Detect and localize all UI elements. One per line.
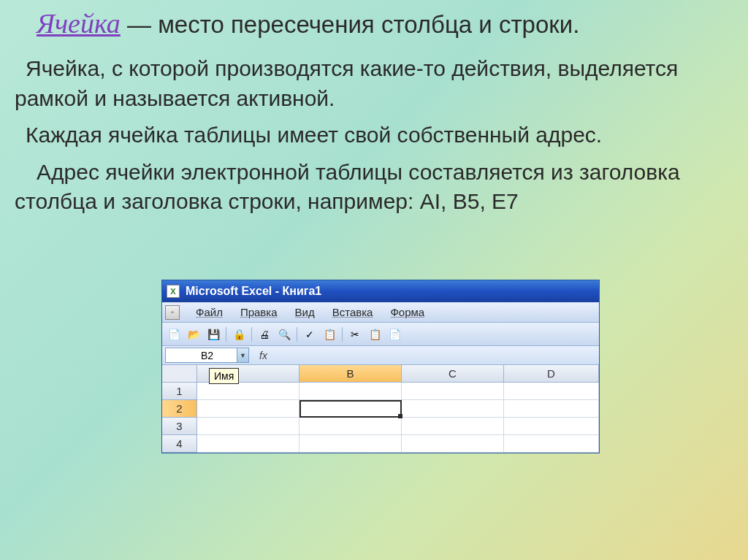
titlebar: X Microsoft Excel - Книга1 <box>162 280 599 302</box>
row-header-1[interactable]: 1 <box>162 383 197 400</box>
menu-edit[interactable]: Правка <box>232 306 286 318</box>
col-header-c[interactable]: C <box>402 365 504 383</box>
col-header-d[interactable]: D <box>504 365 599 383</box>
excel-window: X Microsoft Excel - Книга1 ▫ Файл Правка… <box>161 280 600 453</box>
slide-title: Ячейка — место пересечения столбца и стр… <box>15 7 733 39</box>
toolbar: 📄 📂 💾 🔒 🖨 🔍 ✓ 📋 ✂ 📋 📄 <box>162 323 599 346</box>
cell-a2[interactable] <box>197 400 299 418</box>
row-header-4[interactable]: 4 <box>162 435 197 453</box>
cell-b4[interactable] <box>299 435 402 453</box>
menu-insert[interactable]: Вставка <box>324 306 382 318</box>
formula-bar: B2 ▼ fx <box>162 346 599 365</box>
col-header-b[interactable]: B <box>299 365 402 383</box>
print-icon[interactable]: 🖨 <box>256 326 273 343</box>
menu-format[interactable]: Форма <box>381 306 433 318</box>
paragraph-2: Каждая ячейка таблицы имеет свой собстве… <box>15 120 733 150</box>
row-header-2[interactable]: 2 <box>162 400 197 418</box>
term-word: Ячейка <box>37 8 121 39</box>
cell-b3[interactable] <box>299 418 402 435</box>
copy-icon[interactable]: 📋 <box>366 326 383 343</box>
cell-d2[interactable] <box>504 400 599 418</box>
fx-button[interactable]: fx <box>252 350 275 361</box>
cell-d4[interactable] <box>504 435 599 453</box>
cell-c2[interactable] <box>402 400 504 418</box>
cell-b1[interactable] <box>299 383 402 400</box>
open-icon[interactable]: 📂 <box>185 326 202 343</box>
system-menu-icon[interactable]: ▫ <box>165 305 180 320</box>
new-icon[interactable]: 📄 <box>165 326 183 343</box>
name-tooltip: Имя <box>209 368 239 384</box>
toolbar-separator <box>226 327 226 342</box>
paragraph-1: Ячейка, с которой производятся какие-то … <box>15 54 733 113</box>
permission-icon[interactable]: 🔒 <box>230 326 248 343</box>
cell-d3[interactable] <box>504 418 599 435</box>
toolbar-separator <box>342 327 343 342</box>
name-box-value: B2 <box>201 350 213 361</box>
row-header-3[interactable]: 3 <box>162 418 197 435</box>
paste-icon[interactable]: 📄 <box>386 326 403 343</box>
cell-b2-active[interactable] <box>299 400 402 418</box>
select-all-corner[interactable] <box>162 365 197 383</box>
cell-c4[interactable] <box>402 435 504 453</box>
toolbar-separator <box>251 327 252 342</box>
research-icon[interactable]: 📋 <box>321 326 338 343</box>
spelling-icon[interactable]: ✓ <box>301 326 318 343</box>
menu-file[interactable]: Файл <box>187 306 232 318</box>
window-title: Microsoft Excel - Книга1 <box>186 285 321 298</box>
name-box[interactable]: B2 ▼ <box>165 348 249 363</box>
name-box-dropdown-icon[interactable]: ▼ <box>237 348 248 362</box>
cell-a3[interactable] <box>197 418 299 435</box>
menu-view[interactable]: Вид <box>286 306 324 318</box>
sheet-area: Имя B C D 1 2 3 4 <box>162 365 599 453</box>
cell-c1[interactable] <box>402 383 504 400</box>
print-preview-icon[interactable]: 🔍 <box>275 326 293 343</box>
title-rest: — место пересечения столбца и строки. <box>121 11 579 38</box>
cell-a4[interactable] <box>197 435 299 453</box>
paragraph-3: Адрес ячейки электронной таблицы составл… <box>15 158 733 217</box>
excel-app-icon: X <box>167 285 180 298</box>
menubar: ▫ Файл Правка Вид Вставка Форма <box>162 302 599 323</box>
cell-d1[interactable] <box>504 383 599 400</box>
save-icon[interactable]: 💾 <box>205 326 222 343</box>
cut-icon[interactable]: ✂ <box>346 326 364 343</box>
cell-c3[interactable] <box>402 418 504 435</box>
toolbar-separator <box>297 327 297 342</box>
cell-a1[interactable] <box>197 383 299 400</box>
